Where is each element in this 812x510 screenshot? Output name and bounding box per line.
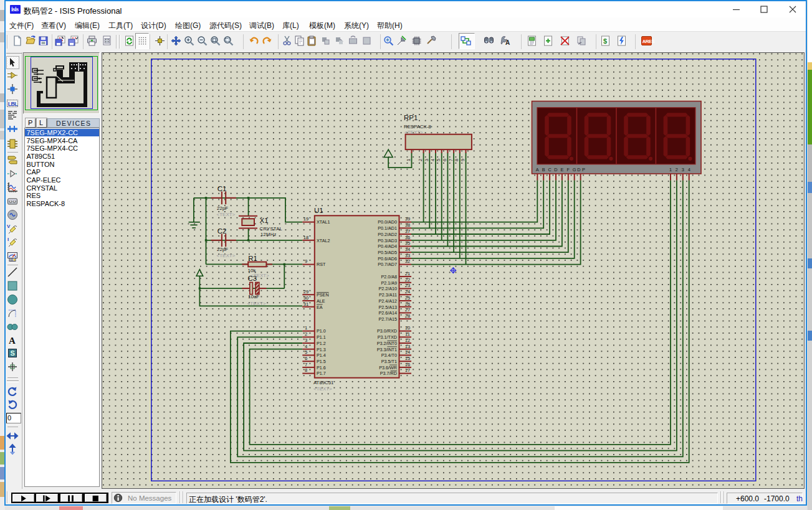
svg-text:X1: X1 — [260, 216, 269, 224]
svg-text:V: V — [7, 224, 11, 229]
svg-text:R1: R1 — [248, 255, 257, 262]
svg-text:C1: C1 — [217, 184, 227, 192]
svg-text:RP1: RP1 — [404, 113, 418, 121]
svg-text:P1.5: P1.5 — [317, 359, 326, 364]
svg-text:10: 10 — [405, 325, 410, 331]
svg-text:38: 38 — [405, 222, 410, 228]
svg-text:G: G — [573, 167, 576, 172]
svg-text:14: 14 — [405, 349, 410, 355]
svg-text:36: 36 — [405, 234, 410, 240]
svg-text:C3: C3 — [248, 275, 257, 282]
svg-text:XTAL1: XTAL1 — [317, 219, 330, 225]
svg-text:A: A — [9, 336, 16, 346]
svg-text:3: 3 — [305, 337, 307, 342]
svg-text:P1.2: P1.2 — [317, 340, 326, 346]
svg-text:7: 7 — [305, 361, 307, 367]
svg-text:U1: U1 — [314, 206, 323, 214]
svg-text:15: 15 — [405, 356, 410, 361]
svg-text:CRYSTAL: CRYSTAL — [260, 225, 282, 231]
svg-text:1: 1 — [305, 325, 307, 331]
svg-text:P0.0/AD0: P0.0/AD0 — [378, 219, 397, 225]
svg-text:34: 34 — [405, 247, 410, 252]
svg-text:21: 21 — [405, 270, 410, 276]
svg-text:E: E — [560, 167, 563, 172]
svg-text:I: I — [7, 237, 9, 242]
svg-text:P0.1/AD1: P0.1/AD1 — [378, 225, 397, 231]
svg-text:P0.4/AD4: P0.4/AD4 — [378, 243, 397, 249]
svg-text:<TEXT>: <TEXT> — [217, 211, 236, 217]
svg-text:1: 1 — [406, 159, 411, 161]
svg-text:28: 28 — [405, 313, 410, 318]
svg-text:2: 2 — [305, 331, 307, 337]
svg-text:25: 25 — [405, 295, 410, 300]
svg-text:D: D — [577, 167, 580, 172]
svg-text:P2.5/A13: P2.5/A13 — [378, 304, 397, 309]
svg-text:P0.2/AD2: P0.2/AD2 — [378, 231, 397, 237]
svg-text:P1.0: P1.0 — [317, 328, 326, 334]
svg-text:26: 26 — [405, 301, 410, 306]
svg-text:P3.2/INT0: P3.2/INT0 — [377, 340, 397, 346]
svg-text:B: B — [542, 167, 545, 172]
svg-text:LBL: LBL — [8, 100, 19, 106]
svg-text:RESPACK-8: RESPACK-8 — [404, 123, 431, 129]
svg-text:32: 32 — [405, 258, 410, 264]
svg-text:P2.2/A10: P2.2/A10 — [378, 286, 397, 291]
svg-text:29: 29 — [303, 289, 308, 295]
svg-text:7: 7 — [448, 159, 454, 161]
svg-text:D: D — [554, 167, 557, 172]
svg-text:P3.4/T0: P3.4/T0 — [381, 352, 397, 358]
svg-text:16: 16 — [405, 361, 410, 367]
svg-text:13: 13 — [405, 343, 410, 349]
svg-text:<TEXT>: <TEXT> — [313, 386, 332, 392]
svg-text:4: 4 — [688, 167, 690, 172]
svg-text:P3.0/RXD: P3.0/RXD — [377, 328, 397, 334]
svg-text:8: 8 — [305, 367, 307, 373]
svg-text:9: 9 — [305, 258, 307, 264]
svg-text:3: 3 — [424, 159, 429, 161]
svg-text:9: 9 — [460, 159, 466, 161]
svg-text:ALE: ALE — [317, 298, 325, 303]
svg-text:P1.7: P1.7 — [317, 371, 326, 376]
svg-text:22: 22 — [405, 276, 410, 282]
svg-text:31: 31 — [303, 301, 308, 306]
svg-text:39: 39 — [405, 216, 410, 222]
svg-text:P1.6: P1.6 — [317, 364, 326, 370]
svg-text:P0.6/AD6: P0.6/AD6 — [378, 255, 397, 261]
svg-text:ARES: ARES — [642, 39, 655, 44]
svg-text:P3.1/TXD: P3.1/TXD — [378, 334, 397, 340]
svg-text:4: 4 — [430, 159, 436, 161]
svg-text:F: F — [567, 167, 570, 172]
svg-text:27: 27 — [405, 307, 410, 313]
svg-text:A: A — [536, 167, 539, 172]
svg-text:2: 2 — [418, 159, 423, 161]
svg-text:P0.3/AD3: P0.3/AD3 — [378, 237, 397, 243]
svg-text:23: 23 — [405, 283, 410, 288]
svg-text:S: S — [11, 349, 15, 357]
svg-text:<TEXT>: <TEXT> — [217, 253, 236, 258]
svg-text:P2.7/A15: P2.7/A15 — [378, 316, 397, 321]
svg-text:PSEN: PSEN — [317, 292, 329, 298]
svg-text:10uF: 10uF — [248, 294, 259, 300]
svg-text:33: 33 — [405, 252, 410, 258]
svg-text:P1.1: P1.1 — [317, 334, 326, 340]
svg-text:P1.3: P1.3 — [317, 346, 326, 352]
svg-text:P2.0/A8: P2.0/A8 — [381, 273, 397, 279]
svg-text:5: 5 — [436, 159, 441, 161]
svg-text:P2.1/A9: P2.1/A9 — [381, 280, 397, 285]
svg-text:P2.6/A14: P2.6/A14 — [378, 310, 397, 316]
svg-text:P3.5/T1: P3.5/T1 — [381, 359, 397, 364]
svg-text:24: 24 — [405, 289, 410, 295]
svg-text:<TEXT>: <TEXT> — [404, 129, 423, 135]
svg-text:12MHz: 12MHz — [260, 232, 277, 237]
svg-text:P: P — [582, 167, 585, 172]
svg-text:AT89C51: AT89C51 — [313, 380, 333, 385]
svg-text:P3.3/INT1: P3.3/INT1 — [377, 346, 397, 352]
svg-text:37: 37 — [405, 228, 410, 234]
svg-text:RST: RST — [317, 262, 326, 267]
svg-text:19: 19 — [303, 216, 308, 222]
svg-text:P3.6/WR: P3.6/WR — [379, 364, 397, 370]
svg-text:$: $ — [603, 37, 607, 45]
svg-text:C2: C2 — [217, 227, 227, 234]
svg-text:22pF: 22pF — [217, 205, 228, 211]
svg-text:XTAL2: XTAL2 — [317, 237, 330, 243]
